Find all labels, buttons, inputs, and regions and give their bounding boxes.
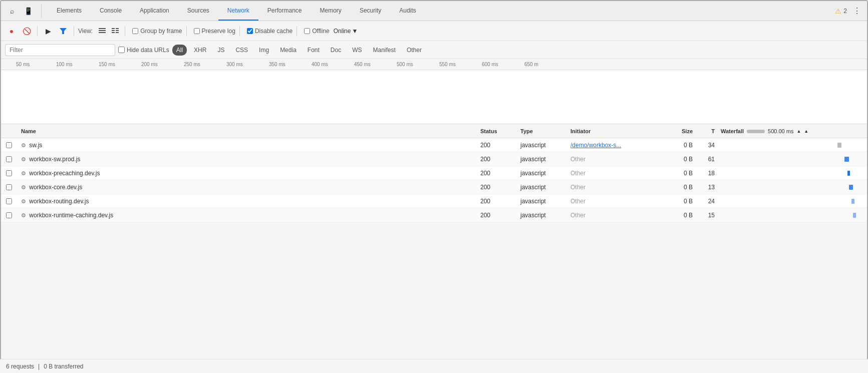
filter-type-ws[interactable]: WS — [348, 45, 366, 56]
row-waterfall — [717, 197, 867, 205]
table-row[interactable]: ⚙ workbox-core.dev.js 200 javascript Oth… — [1, 180, 867, 194]
row-checkbox[interactable] — [6, 198, 12, 204]
group-by-frame-label[interactable]: Group by frame — [132, 28, 182, 35]
row-checkbox[interactable] — [6, 142, 12, 148]
row-name: ⚙ workbox-precaching.dev.js — [17, 170, 476, 177]
disable-cache-checkbox[interactable] — [247, 28, 253, 34]
row-name: ⚙ workbox-core.dev.js — [17, 184, 476, 191]
row-type: javascript — [516, 156, 566, 163]
hide-data-urls-label[interactable]: Hide data URLs — [118, 47, 169, 54]
ruler-mark-9: 450 ms — [354, 62, 371, 67]
device-icon: 📱 — [24, 7, 33, 15]
clear-button[interactable]: 🚫 — [20, 25, 33, 38]
table-row[interactable]: ⚙ workbox-sw.prod.js 200 javascript Othe… — [1, 152, 867, 166]
tab-console[interactable]: Console — [91, 1, 131, 21]
tab-memory[interactable]: Memory — [311, 1, 351, 21]
tab-sources[interactable]: Sources — [178, 1, 218, 21]
device-icon-btn[interactable]: 📱 — [21, 4, 35, 18]
row-name: ⚙ workbox-runtime-caching.dev.js — [17, 212, 476, 219]
row-initiator: Other — [566, 212, 657, 219]
list-view-button[interactable] — [97, 26, 108, 37]
offline-checkbox[interactable] — [304, 28, 310, 34]
offline-label[interactable]: Offline — [304, 28, 329, 35]
tab-security[interactable]: Security — [351, 1, 390, 21]
filter-type-img[interactable]: Img — [255, 45, 273, 56]
filter-type-xhr[interactable]: XHR — [190, 45, 210, 56]
chevron-down-icon: ▼ — [352, 28, 358, 35]
row-checkbox-col[interactable] — [1, 212, 17, 218]
header-type[interactable]: Type — [516, 128, 566, 134]
list-view-icon — [99, 28, 106, 35]
service-worker-icon: ⚙ — [21, 184, 26, 190]
header-size[interactable]: Size — [657, 128, 697, 134]
row-checkbox[interactable] — [6, 170, 12, 176]
disable-cache-label[interactable]: Disable cache — [247, 28, 293, 35]
filter-type-manifest[interactable]: Manifest — [369, 45, 400, 56]
warning-badge[interactable]: ⚠ 2 — [835, 7, 847, 15]
table-row[interactable]: ⚙ workbox-runtime-caching.dev.js 200 jav… — [1, 208, 867, 222]
preserve-log-label[interactable]: Preserve log — [194, 28, 235, 35]
more-options-button[interactable]: ⋮ — [851, 5, 863, 17]
row-checkbox[interactable] — [6, 184, 12, 190]
row-name: ⚙ workbox-sw.prod.js — [17, 156, 476, 163]
row-checkbox-col[interactable] — [1, 170, 17, 176]
header-name[interactable]: Name — [17, 128, 476, 134]
row-time: 61 — [697, 156, 717, 163]
tab-application[interactable]: Application — [131, 1, 178, 21]
row-checkbox-col[interactable] — [1, 142, 17, 148]
timeline-ruler: 50 ms 100 ms 150 ms 200 ms 250 ms 300 ms… — [1, 59, 867, 70]
filter-type-css[interactable]: CSS — [231, 45, 252, 56]
tab-audits[interactable]: Audits — [390, 1, 425, 21]
hide-data-urls-checkbox[interactable] — [118, 47, 125, 53]
record-button[interactable]: ● — [5, 25, 18, 38]
header-waterfall[interactable]: Waterfall 500.00 ms ▲ — [717, 128, 867, 134]
ruler-mark-11: 550 ms — [439, 62, 456, 67]
cursor-icon: ⌕ — [10, 7, 14, 15]
filter-type-all[interactable]: All — [172, 45, 187, 56]
ruler-mark-5: 250 ms — [184, 62, 200, 67]
filter-input[interactable] — [5, 44, 115, 56]
header-status[interactable]: Status — [476, 128, 516, 134]
tab-performance[interactable]: Performance — [258, 1, 311, 21]
tree-view-button[interactable] — [110, 26, 121, 37]
table-row[interactable]: ⚙ workbox-routing.dev.js 200 javascript … — [1, 194, 867, 208]
tab-network[interactable]: Network — [218, 1, 258, 21]
header-initiator[interactable]: Initiator — [566, 128, 657, 134]
row-size: 0 B — [657, 170, 697, 177]
table-row[interactable]: ⚙ sw.js 200 javascript /demo/workbox-s..… — [1, 138, 867, 152]
row-status: 200 — [476, 170, 516, 177]
group-by-frame-checkbox[interactable] — [132, 28, 138, 34]
row-waterfall — [717, 155, 867, 163]
row-checkbox-col[interactable] — [1, 198, 17, 204]
filter-button[interactable] — [57, 25, 70, 38]
row-checkbox-col[interactable] — [1, 156, 17, 162]
clear-icon: 🚫 — [23, 27, 31, 35]
filter-type-other[interactable]: Other — [403, 45, 426, 56]
preserve-log-checkbox[interactable] — [194, 28, 200, 34]
svg-rect-6 — [112, 30, 115, 31]
cursor-icon-btn[interactable]: ⌕ — [5, 4, 19, 18]
filter-type-font[interactable]: Font — [304, 45, 324, 56]
network-throttle-dropdown[interactable]: Online ▼ — [332, 27, 360, 36]
table-row[interactable]: ⚙ workbox-precaching.dev.js 200 javascri… — [1, 166, 867, 180]
svg-rect-8 — [112, 32, 115, 33]
timeline-area: 50 ms 100 ms 150 ms 200 ms 250 ms 300 ms… — [1, 59, 867, 124]
status-separator: | — [38, 363, 40, 370]
ruler-mark-3: 150 ms — [99, 62, 115, 67]
filter-type-js[interactable]: JS — [213, 45, 228, 56]
filter-type-doc[interactable]: Doc — [327, 45, 345, 56]
row-waterfall — [717, 183, 867, 191]
row-checkbox[interactable] — [6, 156, 12, 162]
status-bar: 6 requests | 0 B transferred — [0, 359, 868, 373]
row-time: 13 — [697, 184, 717, 191]
row-status: 200 — [476, 156, 516, 163]
filter-type-media[interactable]: Media — [276, 45, 301, 56]
row-checkbox-col[interactable] — [1, 184, 17, 190]
record-icon: ● — [10, 27, 14, 35]
row-initiator[interactable]: /demo/workbox-s... — [566, 142, 657, 149]
row-checkbox[interactable] — [6, 212, 12, 218]
header-time[interactable]: T — [697, 128, 717, 134]
service-worker-icon: ⚙ — [21, 142, 26, 148]
capture-screenshot-button[interactable]: ▶ — [42, 25, 55, 38]
tab-elements[interactable]: Elements — [48, 1, 91, 21]
